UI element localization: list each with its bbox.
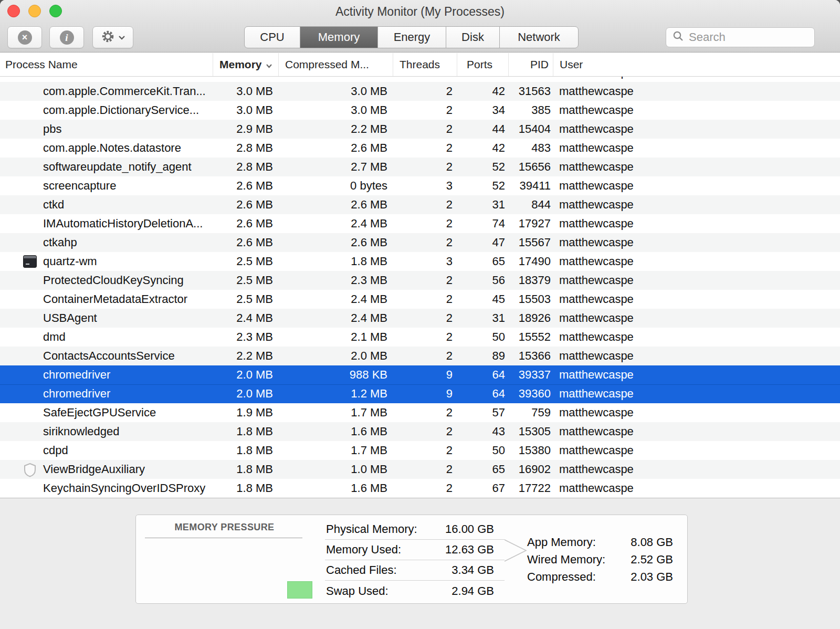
process-ports: 56 bbox=[457, 274, 508, 287]
process-threads: 2 bbox=[393, 330, 457, 344]
process-memory: 3.1 MB bbox=[213, 77, 278, 79]
close-window-button[interactable] bbox=[7, 5, 20, 17]
process-compressed-memory: 2.6 MB bbox=[278, 141, 393, 155]
process-row[interactable]: ctkahp2.6 MB2.6 MB24715567matthewcaspe bbox=[0, 233, 840, 252]
stat-value: 12.63 GB bbox=[445, 543, 494, 557]
process-icon-slot bbox=[23, 462, 38, 477]
process-compressed-memory: 1.7 MB bbox=[278, 406, 393, 420]
process-memory: 1.8 MB bbox=[213, 481, 278, 495]
process-pid: 39337 bbox=[508, 368, 553, 382]
inspect-icon: i bbox=[60, 30, 74, 45]
process-threads: 2 bbox=[393, 103, 457, 117]
process-pid: 17722 bbox=[508, 481, 553, 495]
process-row[interactable]: SafeEjectGPUService1.9 MB1.7 MB257759mat… bbox=[0, 403, 840, 422]
process-memory: 2.2 MB bbox=[213, 349, 278, 363]
column-header-user[interactable]: User bbox=[553, 53, 840, 76]
process-row[interactable]: com.apple.CommerceKit.Tran...3.0 MB3.0 M… bbox=[0, 82, 840, 101]
process-row[interactable]: dmd2.3 MB2.1 MB25015552matthewcaspe bbox=[0, 328, 840, 347]
process-name: IMAutomaticHistoryDeletionA... bbox=[43, 217, 203, 230]
process-row[interactable]: ProtectedCloudKeySyncing2.5 MB2.3 MB2561… bbox=[0, 271, 840, 290]
process-name: screencapture bbox=[43, 179, 116, 193]
quit-process-button[interactable]: × bbox=[7, 26, 42, 48]
process-threads: 2 bbox=[393, 236, 457, 249]
process-pid: 18926 bbox=[508, 311, 553, 325]
process-row[interactable]: chromedriver2.0 MB988 KB96439337matthewc… bbox=[0, 365, 840, 384]
column-header-pid[interactable]: PID bbox=[508, 53, 553, 76]
process-name: com.apple.CommerceKit.Tran... bbox=[43, 85, 206, 98]
process-compressed-memory: 1.8 MB bbox=[278, 255, 393, 268]
process-name-cell: com.apple.CommerceKit.Tran... bbox=[0, 83, 213, 99]
title-bar[interactable]: Activity Monitor (My Processes) bbox=[0, 0, 840, 24]
tab-cpu[interactable]: CPU bbox=[245, 27, 300, 48]
process-row[interactable]: VTDecoderXPCService3.1 MB2.6 MB23430654m… bbox=[0, 77, 840, 82]
process-name-cell: ProtectedCloudKeySyncing bbox=[0, 272, 213, 288]
process-table: VTDecoderXPCService3.1 MB2.6 MB23430654m… bbox=[0, 77, 840, 498]
stat-value: 2.94 GB bbox=[452, 584, 494, 598]
process-icon-slot bbox=[23, 272, 38, 288]
process-name: ViewBridgeAuxiliary bbox=[43, 463, 145, 476]
column-header-compressed[interactable]: Compressed M... bbox=[278, 53, 393, 76]
process-pid: 15305 bbox=[508, 425, 553, 438]
stat-row: Physical Memory:16.00 GB bbox=[325, 519, 505, 540]
stat-value: 8.08 GB bbox=[631, 536, 673, 549]
zoom-window-button[interactable] bbox=[49, 5, 62, 17]
process-icon-slot bbox=[23, 159, 38, 175]
process-user: matthewcaspe bbox=[553, 160, 840, 174]
process-ports: 74 bbox=[457, 217, 508, 230]
process-row[interactable]: com.apple.Notes.datastore2.8 MB2.6 MB242… bbox=[0, 139, 840, 158]
process-name-cell: chromedriver bbox=[0, 367, 213, 383]
process-pid: 15567 bbox=[508, 236, 553, 249]
column-header-process-name[interactable]: Process Name bbox=[0, 53, 213, 76]
process-icon-slot bbox=[23, 254, 38, 269]
process-threads: 3 bbox=[393, 179, 457, 193]
search-icon bbox=[673, 30, 684, 44]
process-row[interactable]: chromedriver2.0 MB1.2 MB96439360matthewc… bbox=[0, 384, 840, 403]
process-name: ProtectedCloudKeySyncing bbox=[43, 274, 184, 287]
process-user: matthewcaspe bbox=[553, 198, 840, 212]
process-name: VTDecoderXPCService bbox=[43, 77, 164, 79]
process-row[interactable]: ctkd2.6 MB2.6 MB231844matthewcaspe bbox=[0, 195, 840, 214]
process-compressed-memory: 1.6 MB bbox=[278, 481, 393, 495]
tab-disk[interactable]: Disk bbox=[446, 27, 499, 48]
search-field[interactable]: Search bbox=[666, 27, 815, 47]
process-row[interactable]: cdpd1.8 MB1.7 MB25015380matthewcaspe bbox=[0, 441, 840, 460]
process-name: dmd bbox=[43, 330, 66, 344]
process-user: matthewcaspe bbox=[553, 274, 840, 287]
tab-memory[interactable]: Memory bbox=[300, 27, 377, 48]
process-row[interactable]: com.apple.DictionaryService...3.0 MB3.0 … bbox=[0, 101, 840, 120]
process-row[interactable]: quartz-wm2.5 MB1.8 MB36517490matthewcasp… bbox=[0, 252, 840, 271]
process-row[interactable]: siriknowledged1.8 MB1.6 MB24315305matthe… bbox=[0, 422, 840, 441]
process-ports: 52 bbox=[457, 179, 508, 193]
process-row[interactable]: USBAgent2.4 MB2.4 MB23118926matthewcaspe bbox=[0, 309, 840, 328]
stat-row: Cached Files:3.34 GB bbox=[325, 560, 505, 581]
process-name: quartz-wm bbox=[43, 255, 97, 268]
process-row[interactable]: softwareupdate_notify_agent2.8 MB2.7 MB2… bbox=[0, 158, 840, 176]
process-icon-slot bbox=[23, 443, 38, 458]
process-row[interactable]: ViewBridgeAuxiliary1.8 MB1.0 MB26516902m… bbox=[0, 460, 840, 479]
column-header-threads[interactable]: Threads bbox=[393, 53, 457, 76]
tab-energy[interactable]: Energy bbox=[377, 27, 446, 48]
process-pid: 15366 bbox=[508, 349, 553, 363]
process-ports: 47 bbox=[457, 236, 508, 249]
column-header-ports[interactable]: Ports bbox=[457, 53, 508, 76]
terminal-app-icon bbox=[23, 255, 37, 268]
process-compressed-memory: 3.0 MB bbox=[278, 85, 393, 98]
column-header-memory[interactable]: Memory bbox=[213, 53, 278, 76]
process-compressed-memory: 2.2 MB bbox=[278, 122, 393, 136]
process-threads: 9 bbox=[393, 387, 457, 401]
process-ports: 57 bbox=[457, 406, 508, 420]
options-menu-button[interactable] bbox=[92, 26, 133, 48]
process-row[interactable]: ContainerMetadataExtractor2.5 MB2.4 MB24… bbox=[0, 290, 840, 309]
process-row[interactable]: ContactsAccountsService2.2 MB2.0 MB28915… bbox=[0, 347, 840, 365]
process-row[interactable]: screencapture2.6 MB0 bytes35239411matthe… bbox=[0, 176, 840, 195]
process-row[interactable]: IMAutomaticHistoryDeletionA...2.6 MB2.4 … bbox=[0, 214, 840, 233]
process-name-cell: siriknowledged bbox=[0, 424, 213, 439]
process-ports: 52 bbox=[457, 160, 508, 174]
inspect-process-button[interactable]: i bbox=[49, 26, 84, 48]
minimize-window-button[interactable] bbox=[28, 5, 41, 17]
tab-network[interactable]: Network bbox=[499, 27, 578, 48]
process-user: matthewcaspe bbox=[553, 103, 840, 117]
process-row[interactable]: pbs2.9 MB2.2 MB24415404matthewcaspe bbox=[0, 120, 840, 139]
search-placeholder: Search bbox=[689, 30, 726, 44]
process-row[interactable]: KeychainSyncingOverIDSProxy1.8 MB1.6 MB2… bbox=[0, 479, 840, 498]
